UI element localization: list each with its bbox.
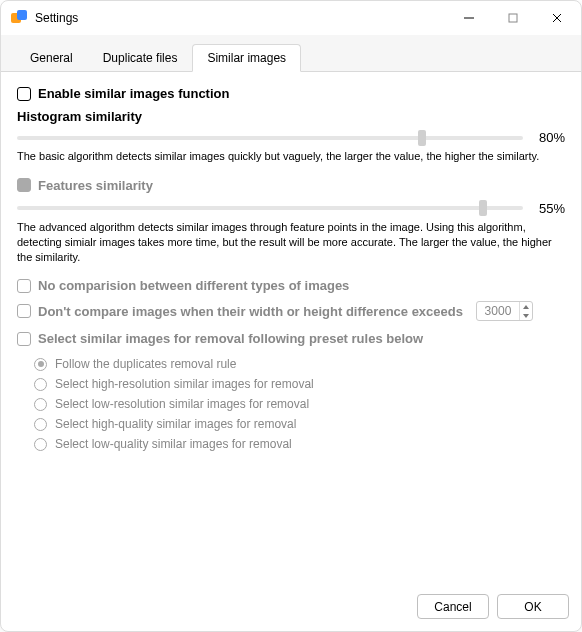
- features-slider[interactable]: [17, 206, 523, 210]
- ok-button[interactable]: OK: [497, 594, 569, 619]
- radio-low-quality-label: Select low-quality similar images for re…: [55, 437, 292, 451]
- svg-marker-5: [523, 314, 529, 318]
- features-value: 55%: [531, 201, 565, 216]
- features-checkbox[interactable]: [17, 178, 31, 192]
- settings-window: Settings General Duplicate files Similar…: [0, 0, 582, 632]
- radio-high-quality-label: Select high-quality similar images for r…: [55, 417, 296, 431]
- app-icon: [11, 10, 27, 26]
- radio-high-res[interactable]: [34, 378, 47, 391]
- maximize-button[interactable]: [491, 3, 535, 33]
- spin-down-icon[interactable]: [520, 311, 532, 320]
- window-title: Settings: [35, 11, 78, 25]
- features-title: Features similarity: [38, 178, 153, 193]
- histogram-value: 80%: [531, 130, 565, 145]
- svg-marker-4: [523, 305, 529, 309]
- radio-high-quality[interactable]: [34, 418, 47, 431]
- histogram-slider[interactable]: [17, 136, 523, 140]
- tab-bar: General Duplicate files Similar images: [1, 35, 581, 72]
- radio-low-res-label: Select low-resolution similar images for…: [55, 397, 309, 411]
- window-controls: [447, 3, 579, 33]
- close-button[interactable]: [535, 3, 579, 33]
- radio-follow-duplicates[interactable]: [34, 358, 47, 371]
- dim-diff-label: Don't compare images when their width or…: [38, 304, 463, 319]
- enable-label: Enable similar images function: [38, 86, 229, 101]
- histogram-desc: The basic algorithm detects similar imag…: [17, 149, 565, 164]
- svg-rect-1: [509, 14, 517, 22]
- tab-similar-images[interactable]: Similar images: [192, 44, 301, 72]
- tab-general[interactable]: General: [15, 44, 88, 72]
- cancel-button[interactable]: Cancel: [417, 594, 489, 619]
- tab-content: Enable similar images function Histogram…: [1, 72, 581, 586]
- preset-label: Select similar images for removal follow…: [38, 331, 423, 346]
- radio-high-res-label: Select high-resolution similar images fo…: [55, 377, 314, 391]
- dim-diff-spinner[interactable]: [519, 302, 532, 320]
- spin-up-icon[interactable]: [520, 302, 532, 311]
- no-compare-types-checkbox[interactable]: [17, 279, 31, 293]
- title-bar: Settings: [1, 1, 581, 35]
- radio-low-res[interactable]: [34, 398, 47, 411]
- enable-checkbox[interactable]: [17, 87, 31, 101]
- minimize-button[interactable]: [447, 3, 491, 33]
- features-desc: The advanced algorithm detects similar i…: [17, 220, 565, 265]
- radio-follow-duplicates-label: Follow the duplicates removal rule: [55, 357, 236, 371]
- no-compare-types-label: No comparision between different types o…: [38, 278, 349, 293]
- dim-diff-field[interactable]: [476, 301, 533, 321]
- preset-checkbox[interactable]: [17, 332, 31, 346]
- dim-diff-checkbox[interactable]: [17, 304, 31, 318]
- dim-diff-input[interactable]: [477, 304, 519, 318]
- dialog-footer: Cancel OK: [1, 586, 581, 631]
- radio-low-quality[interactable]: [34, 438, 47, 451]
- histogram-title: Histogram similarity: [17, 109, 565, 124]
- tab-duplicate-files[interactable]: Duplicate files: [88, 44, 193, 72]
